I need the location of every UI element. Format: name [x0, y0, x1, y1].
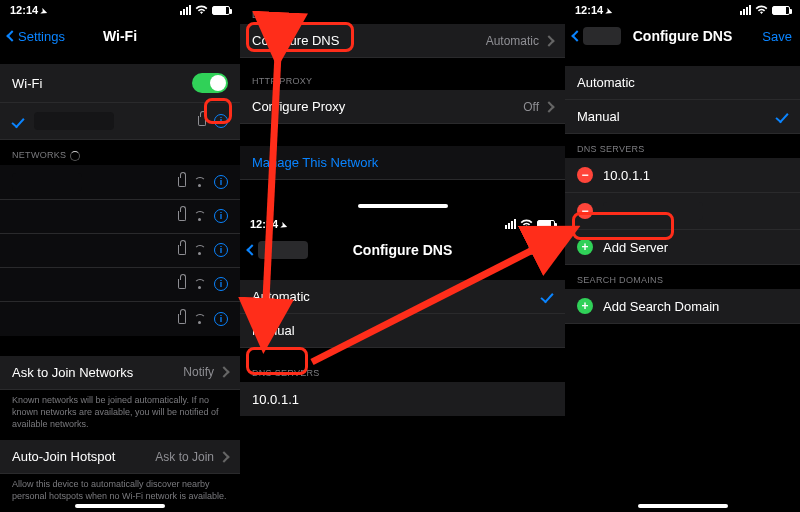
dns-server-value: 10.0.1.1	[252, 392, 299, 407]
page-title: Wi-Fi	[103, 28, 137, 44]
automatic-option-row[interactable]: Automatic	[565, 66, 800, 100]
add-server-row[interactable]: Add Server	[565, 230, 800, 265]
lock-icon	[178, 211, 186, 221]
nav-bar: Configure DNS Save	[565, 20, 800, 52]
wifi-strength-icon	[194, 245, 206, 255]
delete-icon[interactable]	[577, 203, 593, 219]
back-button[interactable]	[248, 241, 308, 259]
phone-dns-manual: 12:14 ➤ Configure DNS Save Automatic Man…	[565, 0, 800, 512]
info-icon[interactable]	[214, 243, 228, 257]
wifi-strength-icon	[194, 177, 206, 187]
cellular-icon	[180, 5, 191, 15]
manage-network-link: Manage This Network	[252, 155, 378, 170]
home-indicator[interactable]	[75, 504, 165, 508]
back-button[interactable]: Settings	[8, 29, 65, 44]
info-icon[interactable]	[214, 312, 228, 326]
dns-servers-header: DNS SERVERS	[240, 348, 565, 382]
wifi-label: Wi-Fi	[12, 76, 42, 91]
wifi-icon	[520, 219, 533, 229]
back-label: Settings	[18, 29, 65, 44]
network-row[interactable]	[0, 165, 240, 200]
configure-proxy-label: Configure Proxy	[252, 99, 345, 114]
add-server-label: Add Server	[603, 240, 668, 255]
chevron-right-icon	[543, 35, 554, 46]
info-icon[interactable]	[214, 114, 228, 128]
proxy-header: HTTP PROXY	[240, 58, 565, 90]
notch	[363, 214, 443, 230]
manage-network-row[interactable]: Manage This Network	[240, 146, 565, 180]
configure-dns-label: Configure DNS	[252, 33, 339, 48]
manual-option-row[interactable]: Manual	[565, 100, 800, 134]
ask-join-label: Ask to Join Networks	[12, 365, 133, 380]
chevron-left-icon	[246, 244, 257, 255]
phone-dns-stack: DNS Configure DNS Automatic HTTP PROXY C…	[240, 0, 565, 512]
configure-dns-row[interactable]: Configure DNS Automatic	[240, 24, 565, 58]
ask-join-footer: Known networks will be joined automatica…	[0, 390, 240, 440]
save-button[interactable]: Save	[762, 29, 792, 44]
dns-server-row-empty[interactable]	[565, 193, 800, 230]
automatic-option-row[interactable]: Automatic	[240, 280, 565, 314]
page-title: Configure DNS	[353, 242, 453, 258]
connected-network-row[interactable]	[0, 103, 240, 140]
info-icon[interactable]	[214, 209, 228, 223]
status-bar: 12:14 ➤	[0, 0, 240, 20]
network-row[interactable]	[0, 200, 240, 234]
battery-icon	[212, 6, 230, 15]
wifi-toggle[interactable]	[192, 73, 228, 93]
status-time: 12:14	[575, 4, 603, 16]
dns-servers-header: DNS SERVERS	[565, 134, 800, 158]
add-domain-label: Add Search Domain	[603, 299, 719, 314]
info-icon[interactable]	[214, 175, 228, 189]
wifi-toggle-row: Wi-Fi	[0, 64, 240, 103]
page-title: Configure DNS	[633, 28, 733, 44]
configure-proxy-row[interactable]: Configure Proxy Off	[240, 90, 565, 124]
dns-header: DNS	[240, 0, 565, 24]
phone-wifi-settings: 12:14 ➤ Settings Wi-Fi Wi-Fi NETWORKS	[0, 0, 240, 512]
nav-bar: Settings Wi-Fi	[0, 20, 240, 52]
network-row[interactable]	[0, 302, 240, 336]
home-indicator[interactable]	[638, 504, 728, 508]
delete-icon[interactable]	[577, 167, 593, 183]
back-button[interactable]	[573, 27, 621, 45]
wifi-icon	[195, 5, 208, 15]
battery-icon	[537, 220, 555, 229]
dns-server-row[interactable]: 10.0.1.1	[565, 158, 800, 193]
save-button[interactable]: Save	[527, 243, 557, 258]
manual-label: Manual	[252, 323, 295, 338]
chevron-right-icon	[218, 366, 229, 377]
add-icon[interactable]	[577, 239, 593, 255]
wifi-strength-icon	[194, 211, 206, 221]
auto-hs-value: Ask to Join	[155, 450, 214, 464]
wifi-strength-icon	[194, 314, 206, 324]
add-icon[interactable]	[577, 298, 593, 314]
status-time: 12:14	[250, 218, 278, 230]
lock-icon	[178, 279, 186, 289]
spinner-icon	[70, 151, 80, 161]
home-indicator[interactable]	[358, 204, 448, 208]
battery-icon	[772, 6, 790, 15]
auto-join-hotspot-row[interactable]: Auto-Join Hotspot Ask to Join	[0, 440, 240, 474]
configure-dns-value: Automatic	[486, 34, 539, 48]
nav-bar: Configure DNS Save	[240, 234, 565, 266]
ask-to-join-row[interactable]: Ask to Join Networks Notify	[0, 356, 240, 390]
search-domains-header: SEARCH DOMAINS	[565, 265, 800, 289]
network-detail-screen: DNS Configure DNS Automatic HTTP PROXY C…	[240, 0, 565, 214]
location-icon: ➤	[40, 6, 50, 17]
chevron-right-icon	[543, 101, 554, 112]
manual-option-row[interactable]: Manual	[240, 314, 565, 348]
dns-server-redacted	[603, 202, 703, 220]
location-icon: ➤	[605, 6, 615, 17]
checkmark-icon	[11, 114, 24, 128]
chevron-right-icon	[218, 451, 229, 462]
info-icon[interactable]	[214, 277, 228, 291]
add-search-domain-row[interactable]: Add Search Domain	[565, 289, 800, 324]
network-row[interactable]	[0, 234, 240, 268]
dns-server-row[interactable]: 10.0.1.1	[240, 382, 565, 416]
wifi-icon	[755, 5, 768, 15]
network-row[interactable]	[0, 268, 240, 302]
lock-icon	[178, 245, 186, 255]
dns-server-value: 10.0.1.1	[603, 168, 650, 183]
configure-proxy-value: Off	[523, 100, 539, 114]
networks-header: NETWORKS	[0, 140, 240, 165]
checkmark-icon	[540, 290, 553, 304]
